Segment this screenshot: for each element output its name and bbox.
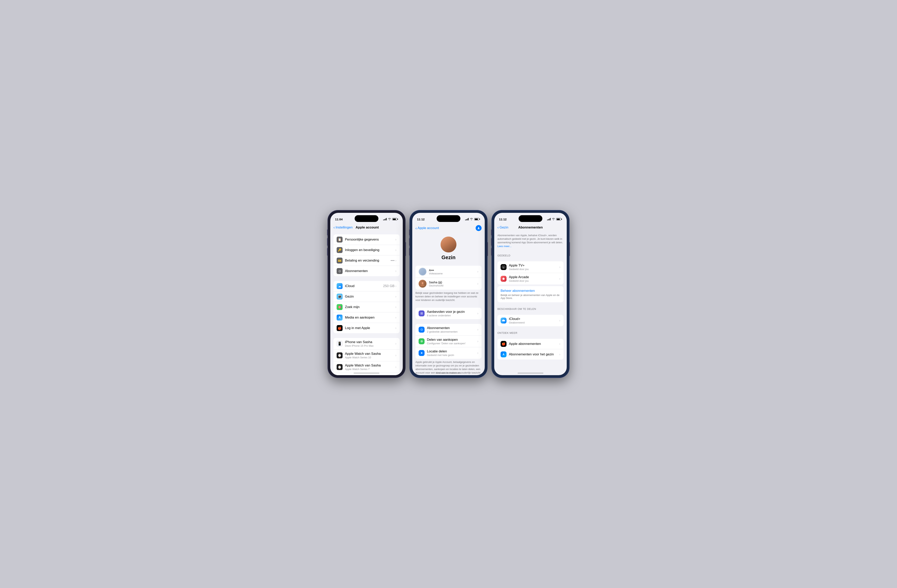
watch-2-chevron: › <box>395 365 396 369</box>
member-2-chevron: › <box>477 282 478 286</box>
family-avatar <box>441 237 456 253</box>
personal-info-item[interactable]: 📋 Persoonlijke gegevens › <box>334 234 400 245</box>
volume-down-button-2[interactable] <box>409 248 410 256</box>
personal-info-title: Persoonlijke gegevens <box>345 237 395 242</box>
apple-login-title: Log in met Apple <box>345 326 395 330</box>
svg-point-0 <box>478 227 479 228</box>
icloud-item[interactable]: ☁ iCloud 250 GB › <box>334 281 400 291</box>
person-icon-2[interactable] <box>476 225 482 231</box>
location-share-item[interactable]: ➤ Locatie delen Gedeeld met hele gezin › <box>415 347 482 359</box>
find-my-icon: 🎯 <box>337 304 343 310</box>
icloud-chevron: › <box>395 284 396 288</box>
media-icon: A <box>337 315 343 320</box>
nav-bar-3: ‹ Gezin Abonnementen <box>494 224 567 231</box>
signal-icon-1 <box>383 218 387 220</box>
login-security-content: Inloggen en beveiliging <box>345 248 395 252</box>
battery-icon-2 <box>474 218 480 220</box>
location-share-icon: ➤ <box>419 350 424 356</box>
personal-info-chevron: › <box>395 237 396 242</box>
settings-section-2: ☁ iCloud 250 GB › 👨‍👩‍👧 Gezin <box>334 281 400 333</box>
location-share-content: Locatie delen Gedeeld met hele gezin <box>427 349 477 357</box>
watch-2-item[interactable]: ⌚ Apple Watch van Sasha Apple Watch Seri… <box>334 361 400 373</box>
iphone-item[interactable]: 📱 iPhone van Sasha Deze iPhone 15 Pro Ma… <box>334 338 400 350</box>
media-chevron: › <box>395 315 396 320</box>
family-title: Gezin <box>442 254 456 260</box>
mute-button-2[interactable] <box>409 230 410 236</box>
home-indicator-1 <box>354 373 380 374</box>
phone-3-screen: 11:12 <box>494 213 567 375</box>
status-icons-1 <box>383 218 398 220</box>
find-my-item[interactable]: 🎯 Zoek mijn › <box>334 302 400 312</box>
apple-tv-subtitle: Gedeeld door jou <box>509 268 559 271</box>
manage-subscriptions[interactable]: Beheer abonnementen Bekijk en beheer je … <box>497 286 563 302</box>
iphone-device-icon: 📱 <box>337 341 343 347</box>
volume-up-button-3[interactable] <box>491 238 492 246</box>
apple-tv-item[interactable]: Apple TV+ Gedeeld door jou › <box>497 261 563 273</box>
manage-desc: Bekijk en beheer je abonnementen van App… <box>501 294 560 300</box>
mute-button[interactable] <box>327 230 328 236</box>
payment-item[interactable]: 💳 Betaling en verzending •••• › <box>334 256 400 266</box>
phone-3-content: Abonnementen van Apple, behalve iCloud+,… <box>494 231 567 375</box>
icloud-plus-item[interactable]: iCloud+ Geabonneerd › <box>497 315 563 326</box>
family-content: Gezin <box>345 295 395 299</box>
family-chevron: › <box>395 295 396 299</box>
ontdek-label: ONTDEK MEER <box>494 328 567 335</box>
nav-back-3[interactable]: ‹ Gezin <box>497 225 515 230</box>
login-security-item[interactable]: 🔑 Inloggen en beveiliging › <box>334 245 400 256</box>
share-purchases-title: Delen van aankopen <box>427 338 477 342</box>
signal-icon-2 <box>465 218 469 220</box>
media-title: Media en aankopen <box>345 315 395 320</box>
status-time-2: 11:12 <box>417 217 424 221</box>
devices-section: 📱 iPhone van Sasha Deze iPhone 15 Pro Ma… <box>334 338 400 375</box>
share-purchases-item[interactable]: ⊕ Delen van aankopen Configureer 'Delen … <box>415 335 482 347</box>
find-my-chevron: › <box>395 305 396 309</box>
mute-button-3[interactable] <box>491 230 492 236</box>
arcade-icon <box>501 276 507 282</box>
icloud-plus-icon <box>501 318 507 323</box>
recommended-item[interactable]: ⊞ Aanbevolen voor je gezin 8 actieve ond… <box>415 308 482 319</box>
watch-1-item[interactable]: ⌚ Apple Watch van Sasha Apple Watch Seri… <box>334 350 400 361</box>
family-item[interactable]: 👨‍👩‍👧 Gezin › <box>334 291 400 302</box>
payment-content: Betaling en verzending <box>345 259 391 262</box>
gedeeld-label: GEDEELD <box>494 250 567 258</box>
phone-2: 11:12 <box>410 210 487 378</box>
iphone-device-content: iPhone van Sasha Deze iPhone 15 Pro Max <box>345 340 395 347</box>
volume-down-button[interactable] <box>327 248 328 256</box>
media-item[interactable]: A Media en aankopen › <box>334 312 400 323</box>
apple-tv-icon <box>501 264 507 270</box>
wifi-icon-1 <box>388 218 391 220</box>
member-2-item[interactable]: Sasha (jij) Gezinshoofd › <box>415 278 482 289</box>
volume-down-button-3[interactable] <box>491 248 492 256</box>
volume-up-button[interactable] <box>327 238 328 246</box>
subscriptions-item[interactable]: ⊙ Abonnementen › <box>334 266 400 276</box>
nav-title-1: Apple account <box>353 225 382 230</box>
family-subs-item[interactable]: A Abonnementen voor het gezin › <box>497 349 563 360</box>
apple-tv-content: Apple TV+ Gedeeld door jou <box>509 263 559 271</box>
home-indicator-2 <box>436 373 461 374</box>
watch-2-content: Apple Watch van Sasha Apple Watch Series… <box>345 363 395 371</box>
apple-subs-item[interactable]: 🍎 Apple abonnementen › <box>497 339 563 349</box>
payment-title: Betaling en verzending <box>345 259 391 262</box>
member-1-item[interactable]: A••• Volwassene › <box>415 266 482 278</box>
back-chevron-3: ‹ <box>497 225 499 230</box>
volume-up-button-2[interactable] <box>409 238 410 246</box>
power-button[interactable] <box>405 242 406 256</box>
icloud-plus-title: iCloud+ <box>509 317 559 321</box>
phone-1: 11:04 <box>328 210 405 378</box>
apple-login-item[interactable]: 🍎 Log in met Apple › <box>334 323 400 333</box>
subs-header-link[interactable]: Lees meer... <box>497 245 512 248</box>
payment-value: •••• <box>391 259 395 262</box>
power-button-2[interactable] <box>487 242 488 256</box>
member-1-role: Volwassene <box>429 272 477 275</box>
icloud-content: iCloud <box>345 284 383 288</box>
iphone-device-chevron: › <box>395 342 396 346</box>
subscriptions-title: Abonnementen <box>345 269 395 273</box>
nav-back-1[interactable]: ‹ Instellingen <box>334 225 353 230</box>
power-button-3[interactable] <box>569 242 570 256</box>
find-my-content: Zoek mijn <box>345 305 395 309</box>
family-subscriptions-title: Abonnementen <box>427 326 477 330</box>
arcade-item[interactable]: Apple Arcade Gedeeld door jou › <box>497 273 563 285</box>
family-subscriptions-item[interactable]: ⊙ Abonnementen 2 gedeelde abonnementen › <box>415 324 482 335</box>
back-label-2: Apple account <box>418 226 439 230</box>
nav-back-2[interactable]: ‹ Apple account <box>415 226 439 230</box>
